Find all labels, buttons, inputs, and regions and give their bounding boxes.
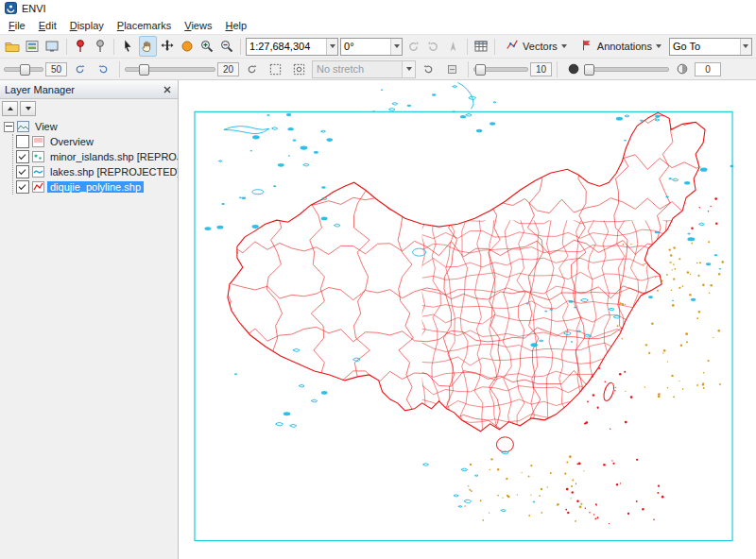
lake-balkhash-shape — [224, 127, 269, 134]
view-root-label: View — [32, 121, 60, 132]
menu-file[interactable]: File — [2, 18, 32, 33]
layer-row-lakes[interactable]: lakes.shp [REPROJECTED] — [16, 164, 178, 179]
annotations-menu-button[interactable]: Annotations — [575, 36, 667, 58]
lakes-layer-icon — [32, 166, 44, 178]
brightness-slider[interactable] — [4, 62, 43, 76]
layer-row-overview[interactable]: Overview — [16, 134, 178, 149]
menu-help[interactable]: Help — [218, 18, 253, 33]
zoom-speed-slider[interactable] — [473, 62, 528, 76]
menu-bar: File Edit Display Placemarks Views Help — [0, 17, 756, 35]
stretch-reset-icon[interactable] — [418, 59, 439, 79]
lake-qinghai-shape — [413, 248, 426, 256]
select-arrow-icon[interactable] — [119, 36, 137, 57]
vectors-icon — [506, 39, 519, 54]
panel-close-icon[interactable] — [161, 83, 173, 95]
title-bar: ENVI — [0, 0, 756, 17]
envi-window: ENVI File Edit Display Placemarks Views … — [0, 0, 756, 559]
fly-move-icon[interactable] — [159, 36, 177, 57]
raster-table-icon[interactable] — [472, 36, 490, 57]
stretch-dropdown-icon[interactable] — [402, 61, 415, 77]
north-arrow-icon[interactable] — [444, 36, 462, 57]
view-icon — [17, 121, 29, 132]
transparency-opaque-icon[interactable] — [562, 59, 584, 79]
layer-move-up-icon[interactable] — [2, 101, 18, 116]
layer-label-lakes: lakes.shp [REPROJECTED] — [47, 166, 178, 178]
stretch-full-extent-icon[interactable] — [288, 59, 310, 79]
main-area: Layer Manager View — [0, 80, 756, 559]
rotate-cw-icon[interactable] — [424, 36, 442, 57]
layer-manager-title: Layer Manager — [5, 84, 75, 95]
layer-manager-panel: Layer Manager View — [0, 80, 179, 559]
sharpen-value: 20 — [217, 62, 239, 76]
zoom-scale-combo[interactable] — [246, 38, 338, 56]
view-children: Overview minor_islands.shp [REPROJECTED] — [12, 134, 178, 195]
placemark-manager-icon[interactable] — [91, 36, 109, 57]
pan-hand-icon[interactable] — [139, 36, 157, 57]
menu-display[interactable]: Display — [63, 18, 111, 33]
annotations-icon — [580, 39, 593, 54]
placemark-pin-icon[interactable] — [71, 36, 89, 57]
layer-label-diqujie: diqujie_polyline.shp — [47, 181, 144, 193]
sharpen-slider[interactable] — [125, 62, 215, 76]
data-manager-icon[interactable] — [24, 36, 42, 57]
diqujie-checkbox[interactable] — [16, 180, 29, 194]
map-canvas[interactable] — [179, 80, 756, 559]
stretch-view-extent-icon[interactable] — [265, 59, 286, 79]
rotation-combo[interactable] — [340, 38, 403, 56]
menu-placemarks[interactable]: Placemarks — [111, 18, 178, 33]
layer-manager-header[interactable]: Layer Manager — [0, 80, 178, 99]
scale-dropdown-icon[interactable] — [326, 39, 337, 55]
transparency-slider[interactable] — [586, 62, 669, 76]
layer-move-down-icon[interactable] — [20, 101, 36, 116]
overview-thumbnail-icon — [32, 136, 44, 147]
minor-islands-checkbox[interactable] — [16, 150, 29, 163]
tree-view-root[interactable]: View — [4, 119, 178, 134]
display-toolbar: 50 20 No stretch — [0, 59, 756, 80]
annotations-label: Annotations — [597, 41, 652, 52]
goto-combo[interactable] — [669, 38, 752, 56]
open-folder-icon[interactable] — [4, 36, 22, 57]
lake-baikal-shape — [458, 82, 474, 109]
scattered-islands-graphics — [565, 197, 717, 524]
menu-views[interactable]: Views — [178, 18, 218, 33]
goto-dropdown-icon[interactable] — [740, 39, 751, 55]
zoom-in-magnifier-icon[interactable] — [198, 36, 215, 57]
minor-islands-graphics — [464, 241, 724, 522]
collapse-expander-icon[interactable] — [4, 122, 14, 132]
sharpen-reset-icon[interactable] — [241, 59, 263, 79]
vectors-dropdown-icon — [561, 44, 567, 48]
brightness-reset-icon[interactable] — [69, 59, 91, 79]
goto-input[interactable] — [670, 40, 740, 54]
zoom-scale-input[interactable] — [247, 40, 326, 54]
hainan-island-outline — [496, 437, 513, 452]
annotations-dropdown-icon — [656, 44, 662, 48]
lakes-checkbox[interactable] — [16, 165, 29, 178]
admin-boundaries-layer — [224, 110, 722, 452]
zoom-extent-icon[interactable] — [179, 36, 197, 57]
layer-label-minor-islands: minor_islands.shp [REPROJECTED] — [47, 151, 178, 162]
zoom-out-magnifier-icon[interactable] — [217, 36, 235, 57]
diqujie-layer-icon — [32, 181, 44, 193]
envi-logo-icon — [5, 2, 17, 16]
layer-row-minor-islands[interactable]: minor_islands.shp [REPROJECTED] — [16, 149, 178, 164]
lake-issykkul-shape — [252, 190, 264, 195]
overview-checkbox[interactable] — [16, 135, 29, 148]
stretch-type-combo[interactable]: No stretch — [312, 60, 416, 78]
stretch-type-value: No stretch — [313, 63, 402, 75]
zoom-speed-value: 10 — [530, 62, 552, 76]
vectors-label: Vectors — [523, 41, 558, 52]
transparency-clear-icon[interactable] — [671, 59, 693, 79]
window-title: ENVI — [22, 3, 46, 14]
menu-edit[interactable]: Edit — [32, 18, 63, 33]
main-toolbar: Vectors Annotations — [0, 35, 756, 59]
map-view[interactable] — [179, 80, 756, 559]
rotate-ccw-icon[interactable] — [404, 36, 422, 57]
vector-extent-box — [195, 111, 732, 540]
layer-row-diqujie[interactable]: diqujie_polyline.shp — [16, 179, 178, 195]
rotation-dropdown-icon[interactable] — [390, 39, 402, 55]
new-view-icon[interactable] — [43, 36, 61, 57]
rotation-input[interactable] — [341, 40, 390, 54]
stretch-options-icon[interactable] — [441, 59, 463, 79]
contrast-reset-icon[interactable] — [93, 59, 114, 79]
vectors-menu-button[interactable]: Vectors — [500, 36, 573, 58]
